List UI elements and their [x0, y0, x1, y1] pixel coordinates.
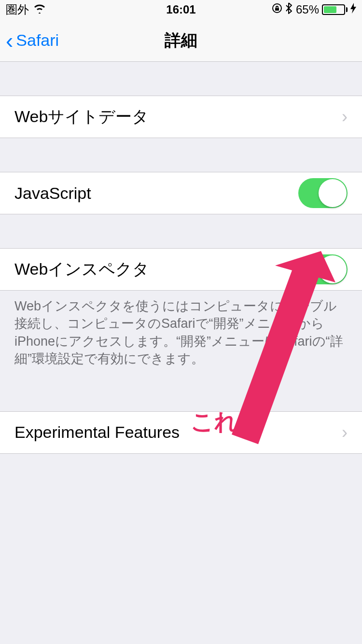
web-inspector-footer: Webインスペクタを使うにはコンピュータにケーブル接続し、コンピュータのSafa…: [0, 291, 362, 368]
status-left: 圏外: [6, 2, 46, 17]
website-data-label: Webサイトデータ: [14, 106, 342, 128]
web-inspector-toggle[interactable]: [298, 254, 348, 284]
javascript-toggle[interactable]: [298, 178, 348, 208]
status-right: 65%: [272, 2, 356, 17]
status-bar: 圏外 16:01 65%: [0, 0, 362, 19]
chevron-right-icon: ›: [342, 107, 348, 127]
experimental-label: Experimental Features: [14, 423, 342, 442]
annotation-label: これ: [191, 406, 238, 437]
experimental-features-row[interactable]: Experimental Features ›: [0, 411, 362, 454]
charging-icon: [350, 3, 356, 16]
website-data-row[interactable]: Webサイトデータ ›: [0, 96, 362, 138]
rotation-lock-icon: [272, 3, 282, 16]
javascript-label: JavaScript: [14, 184, 298, 203]
battery-percent: 65%: [296, 3, 319, 16]
battery-icon: [322, 4, 348, 15]
chevron-left-icon: ‹: [6, 29, 13, 52]
carrier-label: 圏外: [6, 2, 29, 17]
javascript-row[interactable]: JavaScript: [0, 172, 362, 214]
page-title: 詳細: [165, 29, 197, 52]
bluetooth-icon: [285, 2, 293, 17]
back-label: Safari: [16, 31, 59, 50]
wifi-icon: [33, 3, 46, 16]
web-inspector-row[interactable]: Webインスペクタ: [0, 248, 362, 291]
web-inspector-label: Webインスペクタ: [14, 258, 298, 280]
status-time: 16:01: [166, 3, 195, 16]
nav-bar: ‹ Safari 詳細: [0, 19, 362, 62]
settings-content: Webサイトデータ › JavaScript Webインスペクタ Webインスペ…: [0, 62, 362, 454]
chevron-right-icon: ›: [342, 422, 348, 443]
back-button[interactable]: ‹ Safari: [0, 29, 59, 52]
